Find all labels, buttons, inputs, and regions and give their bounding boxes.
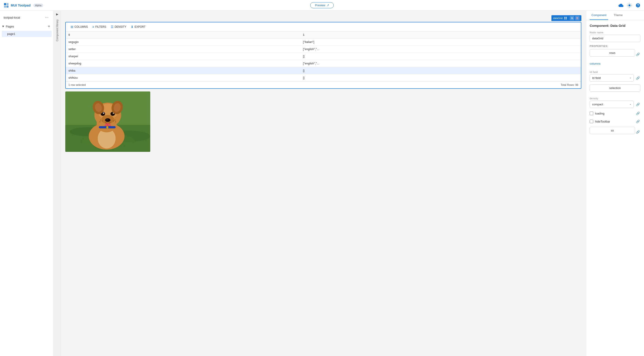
table-cell-col1: [] — [300, 74, 581, 82]
cloud-icon[interactable] — [618, 3, 624, 8]
table-cell-col0: segugio — [66, 38, 300, 46]
expand-arrow[interactable]: ▶ — [56, 12, 58, 16]
tab-theme[interactable]: Theme — [612, 11, 624, 20]
hide-toolbar-label: hideToolbar — [595, 120, 610, 123]
total-rows-text: Total Rows: 98 — [560, 84, 578, 86]
table-row[interactable]: shihtzu[] — [66, 74, 581, 82]
id-field-label: Id field — [590, 71, 640, 73]
col-header-0: 0 — [66, 32, 300, 38]
selection-button[interactable]: selection — [590, 84, 640, 92]
table-cell-col0: sheepdog — [66, 60, 300, 67]
datagrid-toolbar: ⊞ COLUMNS ≡ FILTERS ☰ DENSITY ⬇ EXPORT — [66, 22, 581, 32]
svg-rect-0 — [4, 3, 6, 5]
sx-link-icon[interactable]: 🔗 — [635, 129, 640, 134]
topbar-right — [618, 3, 640, 8]
svg-point-31 — [100, 120, 101, 120]
table-row[interactable]: sheepdog["english","... — [66, 60, 581, 67]
logo-icon — [4, 3, 9, 8]
hide-toolbar-checkbox[interactable] — [590, 120, 593, 123]
filters-button[interactable]: ≡ FILTERS — [90, 24, 108, 30]
svg-point-29 — [106, 126, 108, 128]
pages-label: Pages — [6, 25, 14, 28]
pages-section: ▼ Pages + — [0, 22, 54, 30]
hide-toolbar-link-icon[interactable]: 🔗 — [635, 119, 640, 124]
id-field-link-icon[interactable]: 🔗 — [635, 75, 640, 81]
tab-component[interactable]: Component — [590, 11, 608, 20]
datagrid-label-bar: dataGrid ⧉ 🗑 — [552, 15, 582, 21]
id-field-select[interactable]: Id field — [590, 74, 634, 82]
density-icon: ☰ — [111, 25, 114, 28]
loading-checkbox-row: loading 🔗 — [590, 111, 640, 116]
properties-section-label: PROPERTIES: — [590, 45, 640, 48]
node-name-field-wrapper: Node name — [590, 31, 640, 45]
density-link-icon[interactable]: 🔗 — [635, 102, 640, 107]
rows-property-row: rows 🔗 — [590, 49, 640, 59]
table-row[interactable]: segugio["italian"] — [66, 38, 581, 46]
columns-link[interactable]: columns — [590, 62, 600, 65]
table-cell-col1: [] — [300, 67, 581, 74]
datagrid-footer: 1 row selected Total Rows: 98 — [66, 82, 581, 88]
app-name: MUI Toolpad — [11, 3, 31, 7]
svg-point-30 — [102, 120, 103, 122]
dog-image-container — [65, 92, 582, 152]
svg-rect-3 — [6, 6, 8, 8]
node-name-input[interactable] — [590, 35, 640, 42]
rows-link-icon[interactable]: 🔗 — [635, 52, 640, 57]
density-select-row: compact standard comfortable 🔗 — [590, 101, 640, 108]
topbar: MUI Toolpad Alpha Preview ↗ — [0, 0, 644, 11]
panel-tabs: Component Theme — [586, 11, 644, 20]
datagrid-thead: 0 1 — [66, 32, 581, 38]
table-row[interactable]: sharpei[] — [66, 53, 581, 60]
table-cell-col1: ["italian"] — [300, 38, 581, 46]
table-cell-col0: shiba — [66, 67, 300, 74]
workspace-header: toolpad-local ⋯ — [0, 12, 54, 22]
svg-point-4 — [628, 4, 630, 6]
alpha-badge: Alpha — [33, 4, 43, 7]
topbar-center: Preview ↗ — [310, 2, 334, 8]
help-icon[interactable] — [636, 3, 640, 8]
pages-expand-icon[interactable]: ▼ — [2, 25, 4, 28]
filters-icon: ≡ — [92, 25, 94, 28]
col-header-1: 1 — [300, 32, 581, 38]
loading-label: loading — [595, 112, 604, 115]
workspace-menu-button[interactable]: ⋯ — [44, 14, 50, 20]
filters-label: FILTERS — [95, 25, 106, 28]
datagrid-delete-button[interactable]: 🗑 — [575, 16, 580, 20]
panel-content: Component: Data Grid Node name PROPERTIE… — [586, 20, 644, 356]
datagrid-tbody: segugio["italian"]setter["english","...s… — [66, 38, 581, 82]
component-title: Component: Data Grid — [590, 24, 640, 28]
columns-button[interactable]: ⊞ COLUMNS — [68, 24, 90, 30]
table-cell-col0: shihtzu — [66, 74, 300, 82]
table-row[interactable]: setter["english","... — [66, 46, 581, 53]
hide-toolbar-checkbox-row: hideToolbar 🔗 — [590, 119, 640, 124]
selection-property-row: selection — [590, 84, 640, 94]
loading-checkbox[interactable] — [590, 112, 593, 115]
svg-point-21 — [106, 119, 108, 120]
component-library-label[interactable]: Component library — [56, 18, 59, 43]
density-button[interactable]: ☰ DENSITY — [108, 24, 128, 30]
canvas-area: dataGrid ⧉ 🗑 ⊞ COLUMNS ≡ FILTERS — [61, 11, 586, 356]
table-cell-col1: ["english","... — [300, 60, 581, 67]
preview-button[interactable]: Preview ↗ — [310, 2, 334, 8]
density-label: DENSITY — [115, 25, 126, 28]
datagrid-duplicate-button[interactable]: ⧉ — [570, 16, 574, 20]
dog-image — [65, 92, 150, 152]
sx-button[interactable]: sx — [590, 127, 635, 134]
loading-link-icon[interactable]: 🔗 — [635, 111, 640, 116]
table-cell-col1: [] — [300, 53, 581, 60]
add-page-button[interactable]: + — [46, 24, 52, 29]
table-header-row: 0 1 — [66, 32, 581, 38]
svg-point-20 — [105, 118, 110, 122]
density-select[interactable]: compact standard comfortable — [590, 101, 634, 108]
table-row[interactable]: shiba[] — [66, 67, 581, 74]
rows-button[interactable]: rows — [590, 49, 635, 56]
datagrid-label-text: dataGrid — [553, 17, 562, 20]
columns-property-row: columns — [590, 62, 640, 68]
sun-icon[interactable] — [627, 3, 632, 8]
node-name-label: Node name — [590, 31, 640, 34]
sidebar-item-page1[interactable]: page1 — [2, 31, 52, 37]
datagrid-component: ⊞ COLUMNS ≡ FILTERS ☰ DENSITY ⬇ EXPORT — [65, 22, 582, 89]
export-button[interactable]: ⬇ EXPORT — [128, 24, 148, 30]
component-library-strip: ▶ Component library — [54, 11, 61, 356]
export-label: EXPORT — [134, 25, 146, 28]
